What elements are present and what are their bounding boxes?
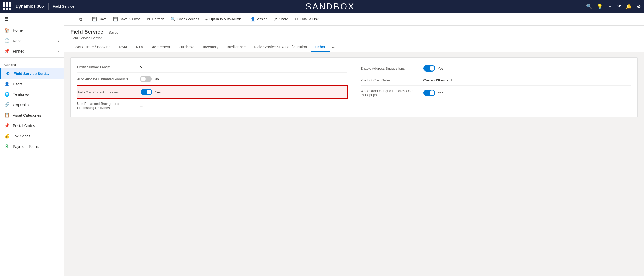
work-order-subgrid-toggle[interactable] bbox=[423, 90, 435, 96]
auto-geo-code-label: Auto Geo Code Addresses bbox=[78, 90, 136, 94]
assign-label: Assign bbox=[257, 17, 267, 21]
form-area: Entity Number Length 5 Auto Allocate Est… bbox=[64, 52, 644, 276]
product-cost-order-value: Current/Standard bbox=[423, 78, 631, 82]
email-link-button[interactable]: ✉ Email a Link bbox=[292, 15, 321, 23]
sidebar-item-territories[interactable]: 🌐 Territories bbox=[0, 89, 64, 100]
filter-icon[interactable]: ⧩ bbox=[617, 4, 621, 9]
sidebar-item-payment-terms[interactable]: 💲 Payment Terms bbox=[0, 141, 64, 152]
enhanced-background-label: Use Enhanced Background Processing (Prev… bbox=[77, 102, 136, 110]
tab-field-service-sla[interactable]: Field Service SLA Configuration bbox=[250, 43, 311, 52]
auto-allocate-toggle-label: No bbox=[154, 77, 159, 81]
settings-icon[interactable]: ⚙ bbox=[637, 3, 641, 9]
module-name: Field Service bbox=[53, 4, 74, 9]
tab-work-order-booking[interactable]: Work Order / Booking bbox=[70, 43, 115, 52]
sidebar-item-home[interactable]: 🏠 Home bbox=[0, 25, 64, 36]
sidebar-item-pinned[interactable]: 📌 Pinned ∨ bbox=[0, 46, 64, 56]
sidebar-item-home-label: Home bbox=[13, 28, 23, 33]
auto-allocate-label: Auto Allocate Estimated Products bbox=[77, 77, 136, 81]
app-layout: ☰ 🏠 Home 🕐 Recent ∨ 📌 Pinned ∨ General ⚙… bbox=[0, 13, 644, 276]
email-link-icon: ✉ bbox=[295, 17, 298, 22]
entity-number-length-row: Entity Number Length 5 bbox=[77, 62, 347, 73]
sidebar-item-tax-codes[interactable]: 💰 Tax Codes bbox=[0, 131, 64, 141]
sidebar-item-postal-codes-label: Postal Codes bbox=[13, 124, 35, 128]
auto-allocate-toggle-wrapper: No bbox=[140, 76, 347, 82]
enhanced-background-value: --- bbox=[140, 104, 347, 108]
save-label: Save bbox=[99, 17, 107, 21]
page-header: Field Service - Saved Field Service Sett… bbox=[64, 26, 644, 52]
payment-terms-icon: 💲 bbox=[4, 144, 10, 149]
tab-rma[interactable]: RMA bbox=[115, 43, 131, 52]
hamburger-button[interactable]: ☰ bbox=[0, 13, 64, 25]
tab-rtv[interactable]: RTV bbox=[131, 43, 147, 52]
save-close-label: Save & Close bbox=[120, 17, 141, 21]
assign-button[interactable]: 👤 Assign bbox=[248, 15, 270, 23]
refresh-label: Refresh bbox=[152, 17, 164, 21]
check-access-icon: 🔍 bbox=[171, 17, 176, 22]
sidebar-item-field-service-settings[interactable]: ⚙ Field Service Setti... bbox=[0, 68, 64, 79]
auto-allocate-toggle[interactable] bbox=[140, 76, 152, 82]
users-icon: 👤 bbox=[4, 81, 10, 86]
tax-codes-icon: 💰 bbox=[4, 133, 10, 139]
work-order-subgrid-toggle-wrapper: Yes bbox=[423, 90, 631, 96]
sidebar-item-field-service-settings-label: Field Service Setti... bbox=[14, 72, 49, 76]
auto-geo-code-toggle-wrapper: Yes bbox=[141, 89, 347, 95]
opt-in-label: Opt-In to Auto-Numb... bbox=[209, 17, 244, 21]
sandbox-title: SANDBOX bbox=[79, 2, 582, 11]
refresh-button[interactable]: ↻ Refresh bbox=[144, 15, 167, 23]
asset-categories-icon: 📋 bbox=[4, 113, 10, 118]
pinned-icon: 📌 bbox=[4, 49, 10, 54]
tab-more-button[interactable]: ⋯ bbox=[330, 43, 338, 52]
auto-allocate-row: Auto Allocate Estimated Products No bbox=[77, 73, 347, 86]
notification-icon[interactable]: 🔔 bbox=[626, 3, 632, 9]
new-window-button[interactable]: ⧉ bbox=[77, 15, 85, 23]
field-service-settings-icon: ⚙ bbox=[5, 71, 10, 76]
enable-address-suggestions-toggle[interactable] bbox=[423, 65, 435, 72]
top-navigation: Dynamics 365 Field Service SANDBOX 🔍 💡 ＋… bbox=[0, 0, 644, 13]
tab-other[interactable]: Other bbox=[311, 43, 330, 52]
page-title: Field Service bbox=[70, 29, 103, 35]
tab-bar: Work Order / Booking RMA RTV Agreement P… bbox=[70, 43, 638, 52]
back-button[interactable]: ← bbox=[66, 15, 75, 23]
command-bar: ← ⧉ 💾 Save 💾 Save & Close ↻ Refresh 🔍 Ch… bbox=[64, 13, 644, 26]
sidebar-item-pinned-label: Pinned bbox=[13, 49, 25, 53]
territories-icon: 🌐 bbox=[4, 92, 10, 97]
sidebar-item-asset-categories[interactable]: 📋 Asset Categories bbox=[0, 110, 64, 120]
postal-codes-icon: 📌 bbox=[4, 123, 10, 128]
tab-intelligence[interactable]: Intelligence bbox=[222, 43, 250, 52]
opt-in-button[interactable]: # Opt-In to Auto-Numb... bbox=[203, 15, 247, 23]
enable-address-suggestions-row: Enable Address Suggestions Yes bbox=[361, 62, 631, 75]
product-cost-order-row: Product Cost Order Current/Standard bbox=[361, 75, 631, 86]
cmd-separator-1 bbox=[87, 16, 87, 22]
sidebar-item-postal-codes[interactable]: 📌 Postal Codes bbox=[0, 120, 64, 131]
save-close-button[interactable]: 💾 Save & Close bbox=[110, 15, 143, 23]
sidebar-item-org-units[interactable]: 🔗 Org Units bbox=[0, 100, 64, 110]
sidebar-item-recent[interactable]: 🕐 Recent ∨ bbox=[0, 36, 64, 46]
sidebar-item-tax-codes-label: Tax Codes bbox=[13, 134, 30, 138]
enable-address-suggestions-label: Enable Address Suggestions bbox=[361, 66, 419, 70]
form-card: Entity Number Length 5 Auto Allocate Est… bbox=[70, 57, 638, 117]
entity-number-length-value: 5 bbox=[140, 65, 347, 69]
enable-address-suggestions-toggle-label: Yes bbox=[438, 66, 443, 70]
auto-geo-code-toggle[interactable] bbox=[141, 89, 152, 95]
pinned-chevron-icon: ∨ bbox=[57, 49, 59, 53]
search-icon[interactable]: 🔍 bbox=[586, 3, 592, 9]
sidebar-item-territories-label: Territories bbox=[13, 92, 29, 97]
tab-agreement[interactable]: Agreement bbox=[147, 43, 174, 52]
lightbulb-icon[interactable]: 💡 bbox=[597, 3, 603, 9]
tab-inventory[interactable]: Inventory bbox=[199, 43, 223, 52]
top-nav-icons: 🔍 💡 ＋ ⧩ 🔔 ⚙ bbox=[586, 3, 641, 10]
sidebar-item-users-label: Users bbox=[13, 82, 23, 86]
assign-icon: 👤 bbox=[250, 17, 255, 22]
entity-number-length-label: Entity Number Length bbox=[77, 65, 136, 69]
auto-geo-code-toggle-knob bbox=[147, 90, 151, 94]
sidebar-item-users[interactable]: 👤 Users bbox=[0, 79, 64, 89]
sidebar-item-payment-terms-label: Payment Terms bbox=[13, 144, 39, 149]
check-access-button[interactable]: 🔍 Check Access bbox=[168, 15, 202, 23]
tab-purchase[interactable]: Purchase bbox=[174, 43, 199, 52]
add-icon[interactable]: ＋ bbox=[607, 3, 612, 10]
save-icon: 💾 bbox=[92, 17, 97, 22]
save-button[interactable]: 💾 Save bbox=[89, 15, 109, 23]
app-launcher-button[interactable] bbox=[3, 2, 11, 10]
share-button[interactable]: ↗ Share bbox=[271, 15, 291, 23]
new-window-icon: ⧉ bbox=[79, 17, 82, 22]
